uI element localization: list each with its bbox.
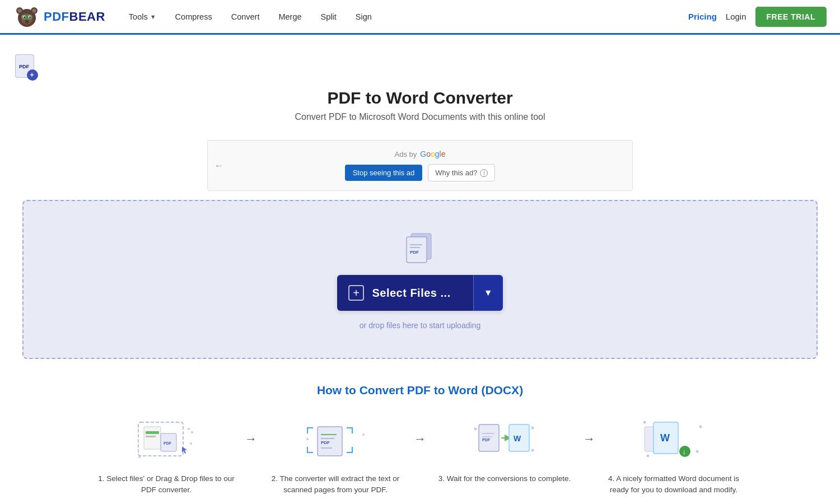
svg-point-35 bbox=[190, 442, 192, 445]
svg-point-4 bbox=[32, 8, 36, 12]
step-3: PDF W bbox=[426, 415, 583, 484]
svg-point-9 bbox=[29, 16, 31, 18]
svg-point-49 bbox=[474, 428, 477, 431]
svg-rect-26 bbox=[144, 427, 161, 449]
svg-text:PDF: PDF bbox=[410, 250, 419, 255]
nav-compress[interactable]: Compress bbox=[167, 9, 220, 25]
steps-row: PDF 1. Select files' or Drag & Drop file… bbox=[22, 415, 818, 496]
svg-point-58 bbox=[647, 455, 650, 458]
info-icon: i bbox=[480, 169, 488, 177]
svg-point-51 bbox=[531, 427, 534, 430]
svg-text:↓: ↓ bbox=[683, 447, 687, 456]
arrow-2: → bbox=[414, 415, 426, 446]
svg-point-32 bbox=[188, 428, 190, 430]
step-2: PDF 2. The converter will extract the te… bbox=[257, 415, 414, 496]
select-files-dropdown-button[interactable]: ▼ bbox=[473, 275, 503, 311]
dropdown-chevron-icon: ▼ bbox=[484, 288, 493, 298]
plus-icon: + bbox=[348, 285, 364, 301]
svg-point-50 bbox=[531, 449, 534, 452]
arrow-1: → bbox=[245, 415, 257, 446]
nav-sign[interactable]: Sign bbox=[348, 9, 380, 25]
select-files-button[interactable]: + Select Files ... bbox=[337, 275, 473, 311]
svg-rect-27 bbox=[146, 431, 159, 434]
drop-zone[interactable]: PDF PDF + Select Files ... ▼ or drop fil… bbox=[22, 200, 818, 359]
page-title: PDF to Word Converter bbox=[11, 88, 829, 108]
step-4-text: 4. A nicely formatted Word document is r… bbox=[601, 473, 746, 496]
hero-section: PDF + PDF to Word Converter Convert PDF … bbox=[0, 35, 840, 131]
step-1-icon: PDF bbox=[133, 415, 200, 465]
nav-tools[interactable]: Tools ▼ bbox=[121, 9, 164, 25]
nav-split[interactable]: Split bbox=[313, 9, 344, 25]
step-3-icon: PDF W bbox=[471, 415, 538, 465]
svg-text:W: W bbox=[660, 432, 670, 444]
drop-hint-text: or drop files here to start uploading bbox=[360, 321, 480, 330]
free-trial-button[interactable]: FREE TRIAL bbox=[755, 7, 827, 27]
step-3-text: 3. Wait for the conversions to complete. bbox=[438, 473, 571, 484]
login-link[interactable]: Login bbox=[726, 12, 746, 21]
how-to-section: How to Convert PDF to Word (DOCX) PDF bbox=[0, 372, 840, 504]
step-4: W ↓ 4. A nicely formatted Word document … bbox=[595, 415, 752, 496]
svg-point-34 bbox=[138, 456, 141, 458]
logo-text: PDFBEAR bbox=[44, 10, 105, 24]
svg-rect-28 bbox=[146, 436, 156, 437]
step-1-text: 1. Select files' or Drag & Drop files to… bbox=[94, 473, 239, 496]
step-4-icon: W ↓ bbox=[640, 415, 707, 465]
step-2-text: 2. The converter will extract the text o… bbox=[263, 473, 408, 496]
tools-dropdown-arrow: ▼ bbox=[150, 13, 156, 20]
svg-text:PDF: PDF bbox=[482, 438, 491, 442]
svg-point-59 bbox=[699, 426, 702, 428]
svg-text:+: + bbox=[30, 71, 34, 79]
arrow-3: → bbox=[583, 415, 595, 446]
svg-point-8 bbox=[24, 16, 25, 18]
step-2-icon: PDF bbox=[302, 415, 369, 465]
pdf-files-icon: PDF PDF bbox=[398, 229, 442, 265]
ad-buttons: Stop seeing this ad Why this ad? i bbox=[345, 164, 496, 181]
nav-merge[interactable]: Merge bbox=[270, 9, 309, 25]
svg-point-13 bbox=[25, 20, 29, 22]
hero-pdf-icon: PDF + bbox=[11, 53, 829, 84]
nav-convert[interactable]: Convert bbox=[223, 9, 268, 25]
logo-bear-icon bbox=[13, 3, 40, 30]
svg-text:PDF: PDF bbox=[321, 440, 330, 445]
svg-point-41 bbox=[306, 438, 309, 440]
main-nav: Tools ▼ Compress Convert Merge Split Sig… bbox=[121, 9, 688, 25]
svg-point-33 bbox=[191, 431, 193, 433]
svg-point-60 bbox=[696, 450, 699, 453]
svg-point-42 bbox=[362, 433, 365, 436]
ad-back-arrow[interactable]: ← bbox=[214, 161, 223, 171]
svg-text:W: W bbox=[514, 434, 521, 443]
ad-container: ← Ads by Google Stop seeing this ad Why … bbox=[207, 140, 633, 191]
hero-subtitle: Convert PDF to Microsoft Word Documents … bbox=[11, 112, 829, 122]
select-files-row: + Select Files ... ▼ bbox=[337, 275, 502, 311]
svg-text:PDF: PDF bbox=[19, 64, 30, 69]
svg-text:PDF: PDF bbox=[164, 441, 172, 445]
ads-by-google-label: Ads by Google bbox=[395, 150, 446, 158]
why-ad-button[interactable]: Why this ad? i bbox=[428, 164, 495, 181]
svg-point-57 bbox=[643, 421, 646, 424]
logo[interactable]: PDFBEAR bbox=[13, 3, 105, 30]
step-1: PDF 1. Select files' or Drag & Drop file… bbox=[88, 415, 245, 496]
google-label: Google bbox=[420, 150, 445, 158]
stop-ad-button[interactable]: Stop seeing this ad bbox=[345, 165, 423, 181]
pricing-link[interactable]: Pricing bbox=[688, 12, 717, 21]
how-to-title: How to Convert PDF to Word (DOCX) bbox=[22, 384, 818, 397]
svg-point-3 bbox=[18, 8, 22, 12]
